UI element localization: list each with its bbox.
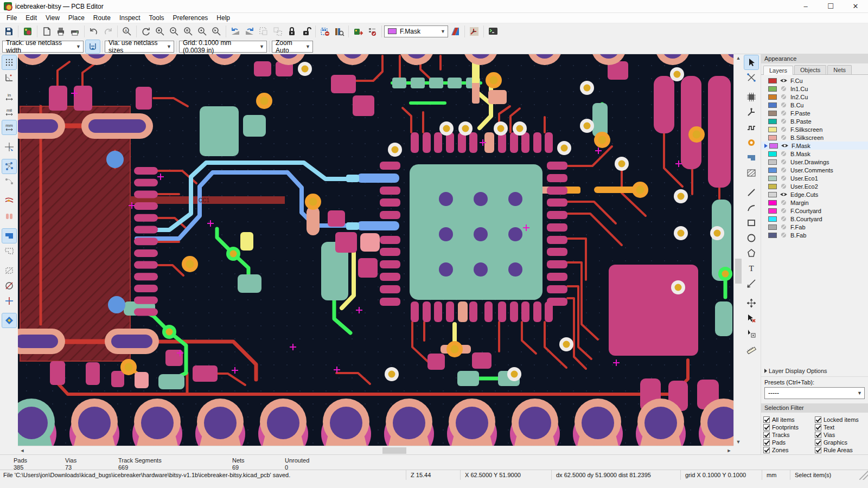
maximize-button[interactable]: ☐ xyxy=(818,0,843,13)
layer-row-user.drawings[interactable]: User.Drawings xyxy=(761,158,868,166)
layer-color-swatch[interactable] xyxy=(768,216,777,222)
active-layer-select[interactable]: F.Mask▼ xyxy=(384,25,448,37)
visibility-hidden-icon[interactable] xyxy=(780,183,788,189)
filter-vias[interactable]: Vias xyxy=(815,431,866,438)
layer-color-swatch[interactable] xyxy=(768,168,777,173)
select-arrow-icon[interactable] xyxy=(744,55,758,69)
checkbox-icon[interactable] xyxy=(763,432,770,438)
layer-row-edge.cuts[interactable]: Edge.Cuts xyxy=(761,190,868,198)
grid-dots-icon[interactable] xyxy=(2,55,16,69)
delete-tool-icon[interactable] xyxy=(744,311,758,325)
filter-rule-areas[interactable]: Rule Areas xyxy=(815,446,866,453)
drc-icon[interactable] xyxy=(365,25,379,38)
group-icon[interactable] xyxy=(257,25,271,38)
menu-help[interactable]: Help xyxy=(212,13,234,23)
ratsnest-icon[interactable] xyxy=(2,159,16,174)
layer-color-swatch[interactable] xyxy=(768,224,777,230)
fp-sketch-icon[interactable] xyxy=(2,264,16,278)
zoom-in-icon[interactable] xyxy=(153,25,167,38)
rule-area-icon[interactable] xyxy=(744,166,758,180)
layer-color-swatch[interactable] xyxy=(768,151,777,157)
checkbox-icon[interactable] xyxy=(763,439,770,446)
layer-row-f.mask[interactable]: F.Mask xyxy=(761,142,868,150)
console-icon[interactable] xyxy=(486,25,500,38)
layer-row-user.eco2[interactable]: User.Eco2 xyxy=(761,182,868,190)
zoom-select[interactable]: Zoom Auto ▼ xyxy=(272,41,313,53)
measure-icon[interactable] xyxy=(744,342,758,356)
board-setup-icon[interactable] xyxy=(21,25,35,38)
layer-color-swatch[interactable] xyxy=(768,127,777,132)
net-highlight-icon[interactable] xyxy=(2,194,16,208)
filter-all-items[interactable]: All items xyxy=(763,416,815,423)
layer-row-b.courtyard[interactable]: B.Courtyard xyxy=(761,215,868,223)
undo-icon[interactable] xyxy=(87,25,101,38)
draw-line-icon[interactable] xyxy=(744,185,758,200)
layer-row-margin[interactable]: Margin xyxy=(761,198,868,207)
redo-icon[interactable] xyxy=(101,25,115,38)
vertical-scroll-thumb[interactable] xyxy=(735,259,742,284)
polar-icon[interactable] xyxy=(2,70,16,85)
visibility-hidden-icon[interactable] xyxy=(780,232,788,238)
menu-tools[interactable]: Tools xyxy=(145,13,169,23)
pad-numbers-icon[interactable] xyxy=(2,209,16,223)
move-exact-icon[interactable] xyxy=(744,296,758,310)
scroll-left-icon[interactable]: ◄ xyxy=(18,448,27,453)
checkbox-icon[interactable] xyxy=(763,424,770,431)
fp-check-icon[interactable] xyxy=(318,25,332,38)
layer-row-f.fab[interactable]: F.Fab xyxy=(761,223,868,231)
layer-row-f.silkscreen[interactable]: F.Silkscreen xyxy=(761,125,868,133)
undo-list-icon[interactable] xyxy=(228,25,242,38)
layer-color-swatch[interactable] xyxy=(768,102,777,108)
resize-grip[interactable] xyxy=(859,470,868,480)
menu-preferences[interactable]: Preferences xyxy=(169,13,213,23)
filter-footprints[interactable]: Footprints xyxy=(763,423,815,431)
presets-select[interactable]: ----- ▼ xyxy=(764,387,865,399)
page-settings-icon[interactable] xyxy=(40,25,54,38)
layer-row-b.mask[interactable]: B.Mask xyxy=(761,150,868,158)
filter-pads[interactable]: Pads xyxy=(763,439,815,446)
ratsnest-curved-icon[interactable] xyxy=(2,175,16,189)
zoom-selection-icon[interactable] xyxy=(209,25,224,38)
menu-view[interactable]: View xyxy=(41,13,64,23)
pad-sketch-icon[interactable] xyxy=(2,279,16,293)
visibility-hidden-icon[interactable] xyxy=(780,94,788,100)
visibility-hidden-icon[interactable] xyxy=(780,126,788,132)
menu-inspect[interactable]: Inspect xyxy=(115,13,145,23)
visibility-hidden-icon[interactable] xyxy=(780,175,788,181)
visibility-hidden-icon[interactable] xyxy=(780,224,788,230)
menu-edit[interactable]: Edit xyxy=(21,13,41,23)
scroll-down-icon[interactable]: ▼ xyxy=(734,439,743,445)
unit-mm-icon[interactable]: mm xyxy=(2,120,16,134)
auto-track-width-toggle[interactable] xyxy=(86,40,100,53)
print-icon[interactable] xyxy=(54,25,68,38)
visibility-hidden-icon[interactable] xyxy=(780,167,788,173)
layer-color-swatch[interactable] xyxy=(768,78,777,84)
layer-row-user.eco1[interactable]: User.Eco1 xyxy=(761,174,868,182)
checkbox-icon[interactable] xyxy=(815,424,821,431)
visibility-hidden-icon[interactable] xyxy=(780,86,788,92)
layer-row-in1.cu[interactable]: In1.Cu xyxy=(761,85,868,93)
layer-color-swatch[interactable] xyxy=(768,176,777,181)
layer-color-swatch[interactable] xyxy=(768,184,777,189)
fp-library-icon[interactable] xyxy=(332,25,346,38)
menu-file[interactable]: File xyxy=(2,13,21,23)
layer-row-user.comments[interactable]: User.Comments xyxy=(761,166,868,174)
draw-polygon-icon[interactable] xyxy=(744,246,758,260)
unlock-icon[interactable] xyxy=(299,25,313,38)
layer-row-b.cu[interactable]: B.Cu xyxy=(761,101,868,109)
minimize-button[interactable]: – xyxy=(793,0,818,13)
visibility-hidden-icon[interactable] xyxy=(780,110,788,116)
close-button[interactable]: ✕ xyxy=(843,0,868,13)
layer-color-swatch[interactable] xyxy=(768,200,777,206)
draw-rect-icon[interactable] xyxy=(744,216,758,230)
tab-objects[interactable]: Objects xyxy=(794,65,826,74)
save-icon[interactable] xyxy=(2,25,16,38)
visibility-hidden-icon[interactable] xyxy=(780,216,788,222)
visibility-hidden-icon[interactable] xyxy=(780,208,788,214)
visibility-eye-icon[interactable] xyxy=(781,143,789,149)
find-icon[interactable]: A xyxy=(120,25,134,38)
visibility-hidden-icon[interactable] xyxy=(780,134,788,140)
layer-color-swatch[interactable] xyxy=(768,208,777,214)
layer-color-swatch[interactable] xyxy=(768,192,777,197)
layer-color-swatch[interactable] xyxy=(768,135,777,140)
